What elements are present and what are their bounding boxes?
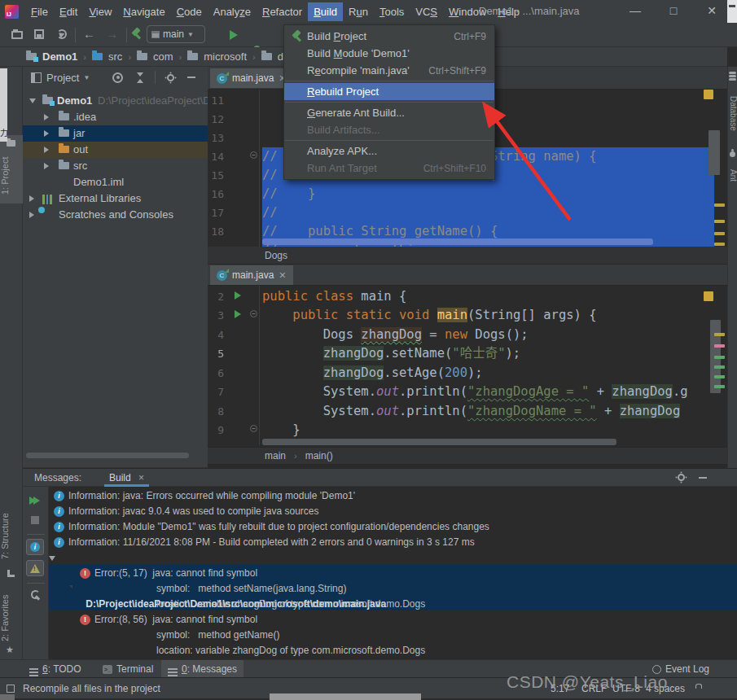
project-horizontal-scrollbar[interactable] — [26, 453, 189, 458]
fold-marker[interactable]: − — [250, 310, 257, 317]
breadcrumb-microsoft[interactable]: microsoft — [204, 50, 247, 63]
hide-panel-icon[interactable] — [699, 477, 707, 479]
hide-panel-icon[interactable] — [187, 77, 195, 78]
database-tab-label: Database — [728, 85, 737, 142]
info-row[interactable]: iInformation: Module "Demo1" was fully r… — [68, 519, 489, 535]
gear-icon[interactable] — [678, 474, 685, 481]
info-row[interactable]: iInformation: 11/16/2021 8:08 PM - Build… — [68, 535, 475, 550]
breadcrumb-dogs[interactable]: Dogs — [265, 250, 287, 261]
gear-icon[interactable] — [167, 74, 174, 81]
change-stripe-mark — [714, 385, 725, 388]
menu-item-analyze-apk[interactable]: Analyze APK... — [284, 142, 494, 160]
breadcrumb-com[interactable]: com — [153, 50, 173, 63]
expand-arrow-icon[interactable] — [49, 556, 55, 561]
tab-main-java[interactable]: C main.java ✕ — [210, 68, 293, 88]
toggle-warnings-icon[interactable] — [26, 560, 44, 576]
open-icon[interactable] — [11, 31, 23, 39]
menu-analyze[interactable]: Analyze — [208, 2, 257, 21]
save-icon[interactable] — [34, 29, 44, 39]
maximize-button[interactable]: □ — [660, 0, 687, 22]
project-folder-icon — [26, 53, 37, 60]
editor-bottom[interactable]: 2public class main { 3 public static voi… — [208, 286, 727, 445]
tab-terminal[interactable]: >_ Terminal — [96, 660, 160, 678]
tab-main-java[interactable]: C main.java ✕ — [210, 265, 293, 285]
menu-item-recompile[interactable]: Recompile 'main.java' Ctrl+Shift+F9 — [284, 62, 494, 79]
fold-marker[interactable]: − — [250, 151, 257, 159]
tree-row-external-libraries[interactable]: External Libraries — [23, 190, 208, 207]
close-button[interactable]: ✕ — [698, 0, 726, 22]
info-icon: i — [54, 522, 64, 532]
close-icon[interactable]: ✕ — [279, 270, 286, 281]
menu-file[interactable]: File — [25, 2, 54, 21]
menu-item-generate-ant-build[interactable]: Generate Ant Build... — [284, 104, 494, 121]
run-main-icon[interactable] — [235, 310, 241, 318]
menu-item-rebuild-project[interactable]: Rebuild Project — [284, 83, 494, 100]
stop-icon[interactable] — [31, 516, 39, 524]
toggle-info-icon[interactable]: i — [26, 539, 44, 555]
info-row[interactable]: iInformation: javac 9.0.4 was used to co… — [68, 504, 319, 519]
tree-row-scratches[interactable]: Scratches and Consoles — [23, 207, 208, 223]
breadcrumb-main-method[interactable]: main() — [305, 450, 333, 462]
settings-wrench-icon[interactable] — [30, 589, 40, 599]
sync-icon[interactable] — [57, 29, 67, 39]
structure-tab-icon — [7, 570, 15, 577]
project-panel-title[interactable]: Project — [46, 72, 79, 84]
menu-build[interactable]: Build — [308, 2, 343, 21]
breadcrumb-main-class[interactable]: main — [265, 450, 286, 462]
menu-view[interactable]: View — [83, 2, 117, 21]
minimize-button[interactable]: — — [621, 0, 649, 22]
close-icon[interactable]: × — [138, 472, 144, 483]
info-row[interactable]: iInformation: java: Errors occurred whil… — [68, 488, 355, 504]
breadcrumb-src[interactable]: src — [108, 50, 122, 63]
left-tool-stripe: 1: Project 7: Structure 2: Favorites ★ — [0, 67, 23, 659]
ant-tab-label: Ant — [728, 161, 737, 190]
tool-tab-structure[interactable]: 7: Structure — [0, 503, 23, 581]
back-icon[interactable]: ← — [83, 27, 95, 42]
breadcrumb-project[interactable]: Demo1 — [42, 50, 77, 63]
tree-row-demo1[interactable]: Demo1 D:\Project\ideaProject\De — [23, 93, 208, 109]
tool-tab-database[interactable]: Database — [728, 72, 737, 145]
tool-tab-project[interactable]: 1: Project — [0, 135, 23, 203]
file-row[interactable]: D:\Project\ideaProject\Demo1\src\com\mic… — [75, 550, 386, 566]
collapse-all-icon[interactable] — [134, 72, 145, 83]
favorites-tab-label: 2: Favorites — [0, 591, 23, 645]
run-configuration-select[interactable]: main ▼ — [147, 25, 205, 43]
menu-item-build-module[interactable]: Build Module 'Demo1' — [284, 45, 494, 62]
menu-edit[interactable]: Edit — [54, 2, 83, 21]
menu-refactor[interactable]: Refactor — [257, 2, 308, 21]
project-tab-label: 1: Project — [0, 150, 23, 202]
tab-build[interactable]: Build × — [104, 469, 149, 487]
forward-icon[interactable]: → — [106, 27, 118, 42]
tab-todo[interactable]: 6: TODO — [23, 660, 88, 678]
rerun-build-icon[interactable] — [29, 493, 40, 508]
build-hammer-icon[interactable] — [130, 28, 143, 41]
menu-item-build-project[interactable]: Build Project Ctrl+F9 — [284, 28, 494, 45]
tab-messages[interactable]: 0: Messages — [161, 660, 243, 678]
editor-vertical-scrollbar[interactable] — [708, 130, 720, 175]
error-row[interactable]: !Error:(8, 56) java: cannot find symbol — [94, 612, 257, 628]
editor-horizontal-scrollbar[interactable] — [262, 238, 653, 245]
locate-file-icon[interactable] — [112, 72, 123, 83]
run-button[interactable] — [230, 30, 238, 40]
menu-run[interactable]: Run — [343, 2, 374, 21]
tree-row-jar[interactable]: jar — [23, 125, 208, 142]
tree-row-out[interactable]: out — [23, 142, 208, 158]
change-stripe-mark — [714, 365, 725, 369]
error-detail: location: variable zhangDog of type com.… — [156, 597, 425, 612]
tree-row-src[interactable]: src — [23, 158, 208, 174]
menu-tools[interactable]: Tools — [374, 2, 410, 21]
editor-horizontal-scrollbar[interactable] — [262, 439, 616, 445]
tool-tab-favorites[interactable]: 2: Favorites ★ — [0, 588, 23, 658]
error-stripe-mark[interactable] — [704, 90, 713, 99]
run-class-icon[interactable] — [235, 291, 241, 300]
menu-code[interactable]: Code — [171, 2, 208, 21]
tool-tab-ant[interactable]: Ant — [728, 148, 737, 194]
background-taskbar-sliver — [0, 694, 15, 700]
fold-marker[interactable]: − — [250, 425, 257, 432]
menu-navigate[interactable]: Navigate — [117, 2, 170, 21]
error-row[interactable]: !Error:(5, 17) java: cannot find symbol — [94, 566, 257, 581]
menu-vcs[interactable]: VCS — [410, 2, 443, 21]
tree-row-demo1-iml[interactable]: Demo1.iml — [23, 174, 208, 190]
error-stripe-mark[interactable] — [704, 291, 713, 301]
tree-row-idea[interactable]: .idea — [23, 109, 208, 125]
